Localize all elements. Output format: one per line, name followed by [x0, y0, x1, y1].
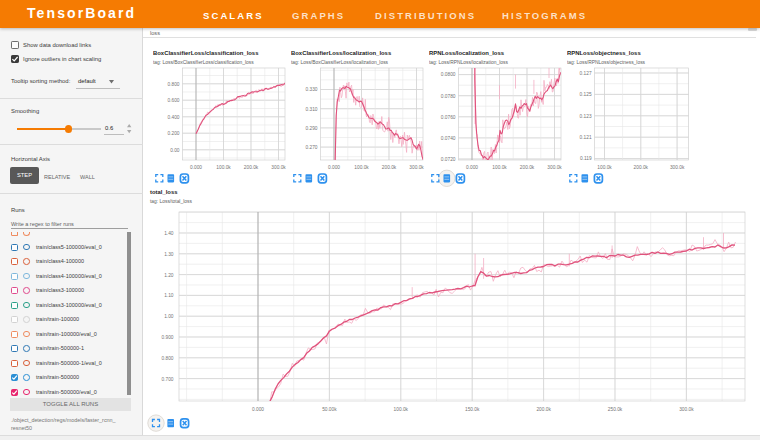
svg-text:200.0k: 200.0k	[634, 165, 649, 170]
svg-text:300.0k: 300.0k	[547, 165, 562, 170]
svg-text:0.200: 0.200	[167, 131, 179, 136]
svg-text:BoxClassifierLoss/classificati: BoxClassifierLoss/classification_loss	[153, 50, 259, 56]
svg-text:0.0780: 0.0780	[441, 94, 456, 99]
svg-text:0.000: 0.000	[252, 407, 264, 412]
svg-text:0.700: 0.700	[161, 377, 173, 382]
svg-text:250.0k: 250.0k	[608, 407, 623, 412]
svg-text:0.127: 0.127	[580, 71, 592, 76]
svg-text:200.0k: 200.0k	[382, 165, 397, 170]
svg-text:200.0k: 200.0k	[520, 165, 535, 170]
svg-text:0.119: 0.119	[580, 156, 592, 161]
svg-text:total_loss: total_loss	[150, 189, 178, 195]
svg-text:300.0k: 300.0k	[670, 165, 685, 170]
svg-text:tag: Loss/total_loss: tag: Loss/total_loss	[150, 199, 192, 204]
svg-text:0.0800: 0.0800	[441, 72, 456, 77]
svg-text:0.270: 0.270	[305, 145, 317, 150]
svg-text:0.290: 0.290	[305, 126, 317, 131]
svg-text:0.0740: 0.0740	[441, 136, 456, 141]
svg-text:0.800: 0.800	[167, 82, 179, 87]
svg-text:300.0k: 300.0k	[409, 165, 424, 170]
svg-text:1.30: 1.30	[164, 252, 174, 257]
svg-text:1.10: 1.10	[164, 293, 174, 298]
svg-text:0.121: 0.121	[580, 135, 592, 140]
svg-text:0.0720: 0.0720	[441, 157, 456, 162]
svg-text:0.330: 0.330	[305, 87, 317, 92]
svg-text:0.000: 0.000	[466, 165, 478, 170]
svg-text:100.0k: 100.0k	[394, 407, 409, 412]
svg-text:RPNLoss/objectness_loss: RPNLoss/objectness_loss	[567, 50, 641, 56]
svg-text:tag: Loss/RPNLoss/objectness_l: tag: Loss/RPNLoss/objectness_loss	[567, 60, 646, 65]
svg-text:0.125: 0.125	[580, 92, 592, 97]
svg-text:0.0760: 0.0760	[441, 115, 456, 120]
svg-text:150.0k: 150.0k	[465, 407, 480, 412]
svg-text:BoxClassifierLoss/localization: BoxClassifierLoss/localization_loss	[291, 50, 392, 56]
svg-text:100.0k: 100.0k	[597, 165, 612, 170]
svg-text:0.000: 0.000	[190, 165, 202, 170]
svg-text:RPNLoss/localization_loss: RPNLoss/localization_loss	[429, 50, 505, 56]
svg-text:0.00: 0.00	[170, 148, 180, 153]
svg-text:0.123: 0.123	[580, 114, 592, 119]
svg-text:tag: Loss/BoxClassifierLoss/lo: tag: Loss/BoxClassifierLoss/localization…	[291, 60, 389, 65]
svg-text:1.20: 1.20	[164, 273, 174, 278]
svg-text:0.310: 0.310	[305, 107, 317, 112]
svg-text:0.900: 0.900	[161, 335, 173, 340]
svg-text:1.00: 1.00	[164, 314, 174, 319]
svg-text:100.0k: 100.0k	[492, 165, 507, 170]
svg-text:1.40: 1.40	[164, 231, 174, 236]
svg-text:tag: Loss/RPNLoss/localization: tag: Loss/RPNLoss/localization_loss	[429, 60, 508, 65]
svg-text:200.0k: 200.0k	[536, 407, 551, 412]
svg-text:0.600: 0.600	[167, 98, 179, 103]
svg-text:0.800: 0.800	[161, 356, 173, 361]
svg-text:300.0k: 300.0k	[679, 407, 694, 412]
svg-text:100.0k: 100.0k	[354, 165, 369, 170]
svg-text:0.400: 0.400	[167, 115, 179, 120]
svg-text:100.0k: 100.0k	[216, 165, 231, 170]
svg-text:tag: Loss/BoxClassifierLoss/cl: tag: Loss/BoxClassifierLoss/classificati…	[153, 60, 254, 65]
svg-text:300.0k: 300.0k	[271, 165, 286, 170]
svg-text:50.00k: 50.00k	[322, 407, 337, 412]
svg-text:200.0k: 200.0k	[244, 165, 259, 170]
svg-text:0.000: 0.000	[328, 165, 340, 170]
